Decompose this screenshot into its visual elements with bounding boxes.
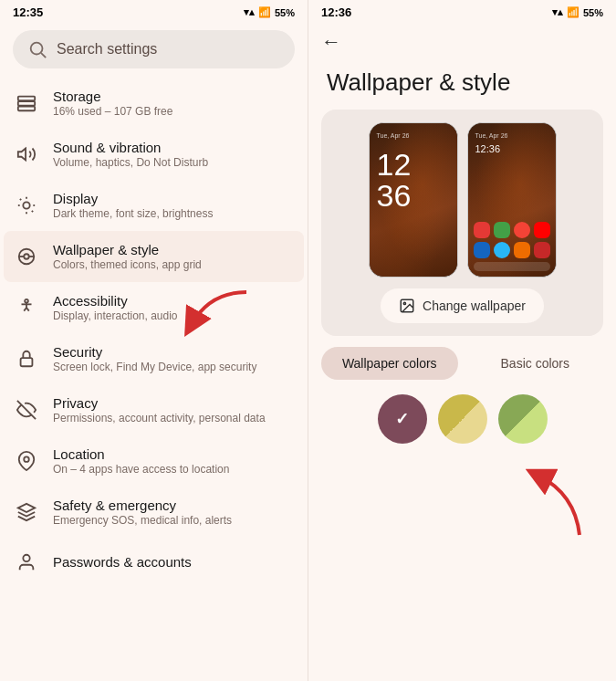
app-icon-1 — [474, 222, 490, 238]
privacy-icon — [13, 396, 40, 424]
passwords-icon — [13, 549, 40, 576]
accessibility-subtitle: Display, interaction, audio — [53, 309, 178, 322]
storage-subtitle: 16% used – 107 GB free — [53, 105, 172, 118]
back-button[interactable]: ← — [308, 23, 616, 61]
svg-rect-3 — [18, 101, 35, 106]
search-bar[interactable]: Search settings — [13, 30, 295, 68]
swatch-1[interactable]: ✓ — [378, 394, 427, 444]
wallpaper-btn-icon — [399, 298, 415, 314]
phone-frame-homescreen: Tue, Apr 26 12:36 — [467, 122, 557, 278]
phone-date-home: Tue, Apr 26 — [475, 132, 508, 139]
wifi-icon: ▾▴ — [244, 6, 255, 18]
wallpaper-tabs: Wallpaper colors Basic colors — [308, 336, 616, 387]
color-swatches: ✓ — [308, 387, 616, 451]
preview-phones: Tue, Apr 26 1236 Tue, Apr 26 12:36 — [369, 122, 557, 278]
privacy-title: Privacy — [53, 395, 266, 411]
time-left: 12:35 — [13, 5, 43, 19]
accessibility-icon — [13, 294, 40, 321]
app-icon-2 — [494, 222, 510, 238]
settings-item-privacy[interactable]: Privacy Permissions, account activity, p… — [4, 384, 304, 435]
status-bar-right: 12:36 ▾▴ 📶 55% — [308, 0, 616, 23]
svg-point-17 — [25, 299, 28, 303]
display-subtitle: Dark theme, font size, brightness — [53, 207, 213, 220]
phone-time-large: 1236 — [377, 149, 412, 211]
left-panel: 12:35 ▾▴ 📶 55% Search settings Storage 1… — [0, 0, 308, 681]
settings-list: Storage 16% used – 107 GB free Sound & v… — [0, 78, 308, 681]
passwords-text: Passwords & accounts — [53, 554, 192, 571]
display-text: Display Dark theme, font size, brightnes… — [53, 191, 213, 220]
wallpaper-icon — [13, 243, 40, 270]
security-title: Security — [53, 344, 256, 360]
safety-text: Safety & emergency Emergency SOS, medica… — [53, 498, 232, 527]
app-icon-8 — [534, 242, 550, 258]
phone-frame-lockscreen: Tue, Apr 26 1236 — [369, 122, 458, 278]
change-wallpaper-button[interactable]: Change wallpaper — [381, 288, 544, 323]
svg-point-14 — [24, 254, 29, 259]
search-icon — [27, 39, 47, 59]
search-input-label: Search settings — [57, 41, 280, 58]
privacy-text: Privacy Permissions, account activity, p… — [53, 395, 266, 424]
app-icon-4 — [534, 222, 550, 238]
wallpaper-subtitle: Colors, themed icons, app grid — [53, 258, 202, 271]
status-icons-left: ▾▴ 📶 55% — [244, 6, 295, 18]
svg-point-20 — [24, 456, 29, 462]
tab-wallpaper-colors[interactable]: Wallpaper colors — [321, 347, 458, 380]
display-title: Display — [53, 191, 213, 206]
security-icon — [13, 345, 40, 372]
svg-point-23 — [403, 302, 405, 304]
settings-item-display[interactable]: Display Dark theme, font size, brightnes… — [4, 180, 304, 231]
swatch-check-1: ✓ — [395, 409, 409, 429]
svg-line-10 — [32, 211, 33, 212]
storage-icon — [13, 89, 40, 117]
sound-subtitle: Volume, haptics, Do Not Disturb — [53, 156, 208, 169]
settings-item-accessibility[interactable]: Accessibility Display, interaction, audi… — [4, 282, 304, 333]
page-title: Wallpaper & style — [308, 61, 616, 110]
swatch-2[interactable] — [438, 394, 487, 444]
change-wallpaper-label: Change wallpaper — [423, 299, 526, 313]
passwords-title: Passwords & accounts — [53, 554, 192, 570]
arrow-right-indicator — [525, 466, 589, 540]
signal-icon-right: 📶 — [567, 6, 579, 18]
safety-icon — [13, 498, 40, 526]
settings-item-passwords[interactable]: Passwords & accounts — [4, 538, 304, 587]
app-icon-6 — [494, 242, 510, 258]
display-icon — [13, 192, 40, 219]
settings-item-location[interactable]: Location On – 4 apps have access to loca… — [4, 435, 304, 487]
svg-point-21 — [23, 555, 29, 561]
wallpaper-title: Wallpaper & style — [53, 242, 202, 257]
lockscreen-background: Tue, Apr 26 1236 — [370, 123, 457, 277]
phone-date-display: Tue, Apr 26 — [377, 132, 410, 139]
settings-item-sound[interactable]: Sound & vibration Volume, haptics, Do No… — [4, 129, 304, 180]
tab-basic-colors[interactable]: Basic colors — [467, 347, 604, 380]
svg-rect-19 — [21, 358, 33, 366]
settings-item-storage[interactable]: Storage 16% used – 107 GB free — [4, 78, 304, 129]
status-icons-right: ▾▴ 📶 55% — [552, 6, 603, 18]
accessibility-title: Accessibility — [53, 293, 178, 309]
battery-left: 55% — [275, 7, 295, 18]
safety-subtitle: Emergency SOS, medical info, alerts — [53, 514, 232, 527]
swatch-3[interactable] — [498, 394, 548, 444]
signal-icon: 📶 — [258, 6, 271, 18]
svg-point-6 — [23, 202, 29, 208]
wallpaper-preview-card: Tue, Apr 26 1236 Tue, Apr 26 12:36 — [321, 110, 603, 336]
right-panel: 12:36 ▾▴ 📶 55% ← Wallpaper & style Tue, … — [308, 0, 616, 681]
sound-title: Sound & vibration — [53, 140, 208, 155]
location-text: Location On – 4 apps have access to loca… — [53, 446, 229, 476]
time-right: 12:36 — [321, 5, 351, 19]
privacy-subtitle: Permissions, account activity, personal … — [53, 412, 266, 424]
settings-item-wallpaper[interactable]: Wallpaper & style Colors, themed icons, … — [4, 231, 304, 282]
sound-icon — [13, 141, 40, 168]
svg-point-0 — [31, 43, 43, 55]
location-subtitle: On – 4 apps have access to location — [53, 463, 229, 476]
location-title: Location — [53, 446, 229, 462]
svg-rect-2 — [18, 97, 35, 101]
security-subtitle: Screen lock, Find My Device, app securit… — [53, 361, 256, 373]
settings-item-safety[interactable]: Safety & emergency Emergency SOS, medica… — [4, 487, 304, 538]
app-icon-5 — [474, 242, 490, 258]
svg-line-1 — [41, 53, 46, 58]
phone-time-small: 12:36 — [475, 143, 548, 154]
storage-text: Storage 16% used – 107 GB free — [53, 89, 172, 118]
settings-item-security[interactable]: Security Screen lock, Find My Device, ap… — [4, 333, 304, 384]
wifi-icon-right: ▾▴ — [552, 6, 563, 18]
security-text: Security Screen lock, Find My Device, ap… — [53, 344, 256, 373]
